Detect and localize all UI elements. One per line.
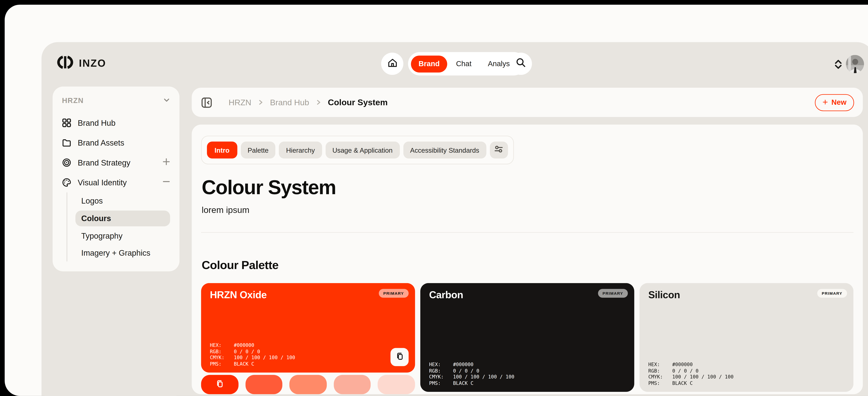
colour-cards-row: HRZN Oxide PRIMARY HEX:#000000 RGB:0 / 0… bbox=[201, 283, 854, 394]
spec-value: 0 / 0 / 0 bbox=[453, 368, 515, 374]
copy-icon bbox=[396, 352, 404, 362]
spec-label: RGB: bbox=[648, 368, 672, 374]
sidebar-item-brand-assets[interactable]: Brand Assets bbox=[62, 133, 170, 152]
inzo-logo-icon bbox=[56, 55, 75, 72]
primary-badge: PRIMARY bbox=[598, 289, 628, 298]
search-icon bbox=[516, 57, 526, 70]
spec-value: 100 / 100 / 100 / 100 bbox=[234, 355, 295, 361]
primary-badge: PRIMARY bbox=[379, 289, 409, 298]
nav-item-brand[interactable]: Brand bbox=[411, 55, 447, 72]
sidebar-item-label: Brand Strategy bbox=[78, 158, 130, 167]
tab-usage-application[interactable]: Usage & Application bbox=[325, 142, 399, 159]
app-logo-text: INZO bbox=[79, 57, 106, 70]
spec-label: HEX: bbox=[648, 362, 672, 368]
home-button[interactable] bbox=[381, 53, 403, 75]
colour-card-title: Silicon bbox=[648, 290, 844, 301]
chevron-right-icon bbox=[258, 99, 264, 105]
spec-label: HEX: bbox=[210, 342, 234, 348]
tab-palette[interactable]: Palette bbox=[241, 142, 276, 159]
sidebar-subitem-logos[interactable]: Logos bbox=[67, 192, 170, 210]
folder-icon bbox=[62, 138, 71, 148]
spec-value: 0 / 0 / 0 bbox=[234, 348, 295, 355]
spec-label: PMS: bbox=[210, 361, 234, 367]
app-window: INZO Brand Chat Analysis bbox=[5, 5, 868, 396]
colour-card-carbon[interactable]: Carbon PRIMARY HEX:#000000 RGB:0 / 0 / 0… bbox=[420, 283, 634, 392]
primary-badge: PRIMARY bbox=[817, 289, 847, 298]
colour-card-title: Carbon bbox=[429, 290, 625, 301]
tab-intro[interactable]: Intro bbox=[207, 142, 237, 159]
plus-icon[interactable] bbox=[162, 157, 170, 168]
collapse-sidebar-icon[interactable] bbox=[200, 96, 213, 109]
spec-value: #000000 bbox=[234, 342, 295, 348]
screenshot-stage: INZO Brand Chat Analysis bbox=[0, 0, 868, 396]
tint-swatches bbox=[201, 375, 415, 394]
sidebar-nav: Brand Hub Brand Assets bbox=[62, 113, 170, 262]
breadcrumb-current: Colour System bbox=[328, 98, 388, 107]
colour-card-silicon[interactable]: Silicon PRIMARY HEX:#000000 RGB:0 / 0 / … bbox=[640, 283, 854, 392]
spec-value: 0 / 0 / 0 bbox=[672, 368, 734, 374]
section-tabs: Intro Palette Hierarchy Usage & Applicat… bbox=[201, 135, 514, 164]
sidebar: HRZN Brand Hub bbox=[53, 87, 180, 271]
workspace-label: HRZN bbox=[62, 97, 84, 105]
palette-icon bbox=[62, 178, 71, 187]
sliders-icon bbox=[495, 145, 503, 155]
workspace-header[interactable]: HRZN bbox=[62, 95, 170, 106]
spec-label: RGB: bbox=[210, 348, 234, 355]
page-title: Colour System bbox=[202, 177, 854, 197]
tint-swatch-80[interactable] bbox=[245, 375, 282, 394]
breadcrumb-bar: HRZN Brand Hub Colour System + New bbox=[192, 88, 863, 117]
breadcrumb-root[interactable]: HRZN bbox=[229, 98, 251, 107]
spec-value: BLACK C bbox=[234, 361, 295, 367]
sidebar-item-label: Brand Assets bbox=[78, 138, 124, 147]
colour-card-column: Silicon PRIMARY HEX:#000000 RGB:0 / 0 / … bbox=[640, 283, 854, 394]
colour-specs: HEX:#000000 RGB:0 / 0 / 0 CMYK:100 / 100… bbox=[210, 342, 295, 367]
sidebar-item-brand-strategy[interactable]: Brand Strategy bbox=[62, 153, 170, 173]
sidebar-subitem-colours[interactable]: Colours bbox=[75, 211, 170, 226]
user-avatar[interactable] bbox=[846, 55, 864, 73]
nav-item-chat[interactable]: Chat bbox=[448, 55, 479, 72]
divider bbox=[201, 232, 854, 233]
spec-value: #000000 bbox=[672, 362, 734, 368]
spec-label: CMYK: bbox=[429, 374, 453, 380]
sidebar-item-visual-identity[interactable]: Visual Identity bbox=[62, 173, 170, 192]
main-panel: Intro Palette Hierarchy Usage & Applicat… bbox=[192, 125, 863, 394]
spec-label: PMS: bbox=[648, 380, 672, 386]
spec-value: 100 / 100 / 100 / 100 bbox=[453, 374, 515, 380]
spec-value: 100 / 100 / 100 / 100 bbox=[672, 374, 734, 380]
tab-settings-button[interactable] bbox=[490, 142, 508, 159]
copy-icon bbox=[216, 379, 224, 390]
chevron-right-icon bbox=[316, 99, 321, 105]
primary-nav: Brand Chat Analysis bbox=[408, 52, 526, 75]
app-canvas: INZO Brand Chat Analysis bbox=[41, 42, 868, 396]
tint-swatch-20[interactable] bbox=[378, 375, 415, 394]
minus-icon[interactable] bbox=[162, 177, 170, 188]
home-icon bbox=[387, 57, 398, 70]
app-logo[interactable]: INZO bbox=[56, 55, 106, 72]
tint-swatch-40[interactable] bbox=[334, 375, 371, 394]
visual-identity-sublist: Logos Colours Typography Imagery + Graph… bbox=[67, 192, 170, 262]
sidebar-item-brand-hub[interactable]: Brand Hub bbox=[62, 113, 170, 133]
tab-accessibility-standards[interactable]: Accessibility Standards bbox=[403, 142, 486, 159]
tint-swatch-100[interactable] bbox=[201, 375, 238, 394]
colour-specs: HEX:#000000 RGB:0 / 0 / 0 CMYK:100 / 100… bbox=[429, 362, 515, 386]
breadcrumb: HRZN Brand Hub Colour System bbox=[229, 98, 388, 107]
new-button-label: New bbox=[831, 98, 846, 106]
colour-card-hrzn-oxide[interactable]: HRZN Oxide PRIMARY HEX:#000000 RGB:0 / 0… bbox=[201, 283, 415, 372]
copy-colour-button[interactable] bbox=[391, 348, 408, 366]
search-button[interactable] bbox=[510, 53, 532, 75]
sidebar-subitem-typography[interactable]: Typography bbox=[67, 227, 170, 245]
tint-swatch-60[interactable] bbox=[289, 375, 327, 394]
spec-label: RGB: bbox=[429, 368, 453, 374]
spec-label: PMS: bbox=[429, 380, 453, 386]
section-heading: Colour Palette bbox=[202, 258, 854, 272]
tab-hierarchy[interactable]: Hierarchy bbox=[279, 142, 322, 159]
spec-value: BLACK C bbox=[672, 380, 734, 386]
colour-card-column: HRZN Oxide PRIMARY HEX:#000000 RGB:0 / 0… bbox=[201, 283, 415, 394]
new-button[interactable]: + New bbox=[815, 94, 854, 111]
target-icon bbox=[62, 158, 71, 167]
workspace-switcher-icon[interactable] bbox=[834, 59, 842, 72]
breadcrumb-section[interactable]: Brand Hub bbox=[270, 98, 309, 107]
spec-value: #000000 bbox=[453, 362, 515, 368]
sidebar-subitem-imagery-graphics[interactable]: Imagery + Graphics bbox=[67, 245, 170, 262]
plus-icon: + bbox=[823, 97, 828, 107]
